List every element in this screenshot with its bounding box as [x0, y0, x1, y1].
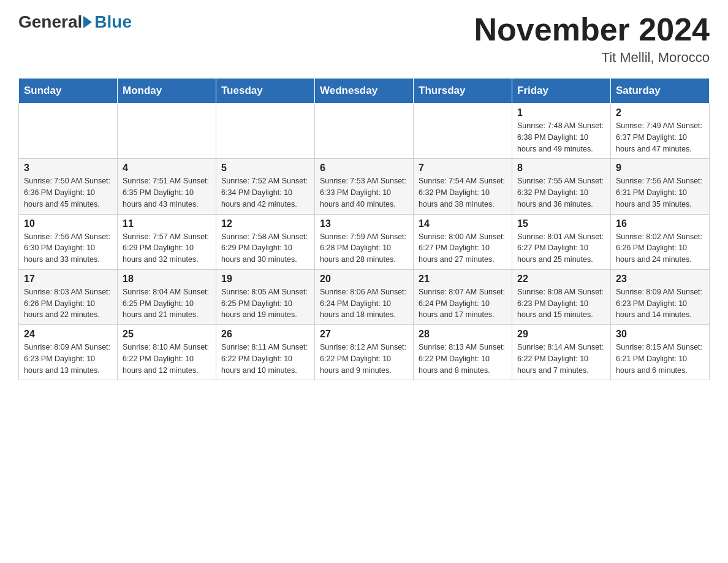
day-number: 16: [616, 218, 704, 229]
day-info: Sunrise: 7:59 AM Sunset: 6:28 PM Dayligh…: [320, 231, 408, 266]
column-header-wednesday: Wednesday: [315, 79, 414, 104]
column-header-sunday: Sunday: [19, 79, 118, 104]
calendar-cell: 15Sunrise: 8:01 AM Sunset: 6:27 PM Dayli…: [512, 214, 611, 269]
day-number: 6: [320, 163, 408, 174]
calendar-cell: 29Sunrise: 8:14 AM Sunset: 6:22 PM Dayli…: [512, 325, 611, 380]
day-number: 17: [24, 274, 112, 285]
calendar-cell: 11Sunrise: 7:57 AM Sunset: 6:29 PM Dayli…: [118, 214, 216, 269]
day-info: Sunrise: 7:51 AM Sunset: 6:35 PM Dayligh…: [123, 175, 211, 210]
day-number: 24: [24, 329, 112, 340]
column-header-thursday: Thursday: [414, 79, 512, 104]
calendar-cell: 16Sunrise: 8:02 AM Sunset: 6:26 PM Dayli…: [611, 214, 710, 269]
day-number: 10: [24, 218, 112, 229]
day-number: 27: [320, 329, 408, 340]
day-number: 5: [221, 163, 309, 174]
calendar-cell: 9Sunrise: 7:56 AM Sunset: 6:31 PM Daylig…: [611, 159, 710, 214]
day-number: 19: [221, 274, 309, 285]
calendar-week-row: 24Sunrise: 8:09 AM Sunset: 6:23 PM Dayli…: [19, 325, 710, 380]
day-info: Sunrise: 8:15 AM Sunset: 6:21 PM Dayligh…: [616, 342, 704, 376]
day-number: 4: [123, 163, 211, 174]
calendar-cell: 10Sunrise: 7:56 AM Sunset: 6:30 PM Dayli…: [19, 214, 118, 269]
calendar-cell: 13Sunrise: 7:59 AM Sunset: 6:28 PM Dayli…: [315, 214, 414, 269]
day-number: 13: [320, 218, 408, 229]
calendar-cell: [118, 104, 216, 159]
day-number: 7: [419, 163, 507, 174]
day-info: Sunrise: 8:05 AM Sunset: 6:25 PM Dayligh…: [221, 286, 309, 321]
day-number: 12: [221, 218, 309, 229]
day-number: 14: [419, 218, 507, 229]
column-header-friday: Friday: [512, 79, 611, 104]
calendar-cell: 25Sunrise: 8:10 AM Sunset: 6:22 PM Dayli…: [118, 325, 216, 380]
day-number: 11: [123, 218, 211, 229]
calendar-cell: 24Sunrise: 8:09 AM Sunset: 6:23 PM Dayli…: [19, 325, 118, 380]
location-label: Tit Mellil, Morocco: [474, 50, 710, 66]
calendar-cell: 14Sunrise: 8:00 AM Sunset: 6:27 PM Dayli…: [414, 214, 512, 269]
day-number: 20: [320, 274, 408, 285]
column-header-tuesday: Tuesday: [216, 79, 315, 104]
day-number: 25: [123, 329, 211, 340]
day-info: Sunrise: 8:08 AM Sunset: 6:23 PM Dayligh…: [517, 286, 605, 321]
column-header-saturday: Saturday: [611, 79, 710, 104]
day-number: 30: [616, 329, 704, 340]
day-info: Sunrise: 8:11 AM Sunset: 6:22 PM Dayligh…: [221, 342, 309, 376]
day-info: Sunrise: 7:53 AM Sunset: 6:33 PM Dayligh…: [320, 175, 408, 210]
calendar-cell: 23Sunrise: 8:09 AM Sunset: 6:23 PM Dayli…: [611, 269, 710, 324]
day-info: Sunrise: 8:12 AM Sunset: 6:22 PM Dayligh…: [320, 342, 408, 376]
calendar-week-row: 3Sunrise: 7:50 AM Sunset: 6:36 PM Daylig…: [19, 159, 710, 214]
day-info: Sunrise: 7:48 AM Sunset: 6:38 PM Dayligh…: [517, 120, 605, 155]
day-info: Sunrise: 8:09 AM Sunset: 6:23 PM Dayligh…: [24, 342, 112, 376]
day-number: 26: [221, 329, 309, 340]
day-info: Sunrise: 8:07 AM Sunset: 6:24 PM Dayligh…: [419, 286, 507, 321]
calendar-cell: 7Sunrise: 7:54 AM Sunset: 6:32 PM Daylig…: [414, 159, 512, 214]
day-number: 3: [24, 163, 112, 174]
calendar-cell: 26Sunrise: 8:11 AM Sunset: 6:22 PM Dayli…: [216, 325, 315, 380]
day-info: Sunrise: 8:00 AM Sunset: 6:27 PM Dayligh…: [419, 231, 507, 266]
day-info: Sunrise: 8:03 AM Sunset: 6:26 PM Dayligh…: [24, 286, 112, 321]
day-info: Sunrise: 7:58 AM Sunset: 6:29 PM Dayligh…: [221, 231, 309, 266]
calendar-cell: 27Sunrise: 8:12 AM Sunset: 6:22 PM Dayli…: [315, 325, 414, 380]
calendar-cell: 8Sunrise: 7:55 AM Sunset: 6:32 PM Daylig…: [512, 159, 611, 214]
day-info: Sunrise: 7:56 AM Sunset: 6:31 PM Dayligh…: [616, 175, 704, 210]
day-number: 15: [517, 218, 605, 229]
calendar-cell: 6Sunrise: 7:53 AM Sunset: 6:33 PM Daylig…: [315, 159, 414, 214]
day-number: 2: [616, 107, 704, 118]
day-number: 29: [517, 329, 605, 340]
calendar-cell: 3Sunrise: 7:50 AM Sunset: 6:36 PM Daylig…: [19, 159, 118, 214]
day-info: Sunrise: 8:14 AM Sunset: 6:22 PM Dayligh…: [517, 342, 605, 376]
day-number: 8: [517, 163, 605, 174]
calendar-cell: 2Sunrise: 7:49 AM Sunset: 6:37 PM Daylig…: [611, 104, 710, 159]
calendar-cell: 28Sunrise: 8:13 AM Sunset: 6:22 PM Dayli…: [414, 325, 512, 380]
day-number: 18: [123, 274, 211, 285]
calendar-week-row: 1Sunrise: 7:48 AM Sunset: 6:38 PM Daylig…: [19, 104, 710, 159]
day-info: Sunrise: 7:49 AM Sunset: 6:37 PM Dayligh…: [616, 120, 704, 155]
calendar-cell: [19, 104, 118, 159]
logo-blue-text: Blue: [94, 12, 132, 32]
day-number: 9: [616, 163, 704, 174]
day-info: Sunrise: 8:01 AM Sunset: 6:27 PM Dayligh…: [517, 231, 605, 266]
page-header: General Blue November 2024 Tit Mellil, M…: [18, 12, 710, 66]
logo-general-text: General: [18, 12, 82, 32]
calendar-cell: 20Sunrise: 8:06 AM Sunset: 6:24 PM Dayli…: [315, 269, 414, 324]
logo-arrow-icon: [83, 16, 92, 28]
calendar-cell: 12Sunrise: 7:58 AM Sunset: 6:29 PM Dayli…: [216, 214, 315, 269]
calendar-cell: 17Sunrise: 8:03 AM Sunset: 6:26 PM Dayli…: [19, 269, 118, 324]
day-info: Sunrise: 7:52 AM Sunset: 6:34 PM Dayligh…: [221, 175, 309, 210]
day-info: Sunrise: 8:13 AM Sunset: 6:22 PM Dayligh…: [419, 342, 507, 376]
calendar-cell: 19Sunrise: 8:05 AM Sunset: 6:25 PM Dayli…: [216, 269, 315, 324]
title-block: November 2024 Tit Mellil, Morocco: [474, 12, 710, 66]
day-info: Sunrise: 7:50 AM Sunset: 6:36 PM Dayligh…: [24, 175, 112, 210]
day-info: Sunrise: 7:56 AM Sunset: 6:30 PM Dayligh…: [24, 231, 112, 266]
calendar-cell: [216, 104, 315, 159]
day-number: 23: [616, 274, 704, 285]
day-info: Sunrise: 8:02 AM Sunset: 6:26 PM Dayligh…: [616, 231, 704, 266]
day-info: Sunrise: 7:57 AM Sunset: 6:29 PM Dayligh…: [123, 231, 211, 266]
calendar-week-row: 17Sunrise: 8:03 AM Sunset: 6:26 PM Dayli…: [19, 269, 710, 324]
calendar-cell: 21Sunrise: 8:07 AM Sunset: 6:24 PM Dayli…: [414, 269, 512, 324]
calendar-cell: 18Sunrise: 8:04 AM Sunset: 6:25 PM Dayli…: [118, 269, 216, 324]
day-info: Sunrise: 8:06 AM Sunset: 6:24 PM Dayligh…: [320, 286, 408, 321]
day-number: 21: [419, 274, 507, 285]
day-number: 22: [517, 274, 605, 285]
day-info: Sunrise: 8:10 AM Sunset: 6:22 PM Dayligh…: [123, 342, 211, 376]
calendar-cell: 5Sunrise: 7:52 AM Sunset: 6:34 PM Daylig…: [216, 159, 315, 214]
day-info: Sunrise: 7:55 AM Sunset: 6:32 PM Dayligh…: [517, 175, 605, 210]
